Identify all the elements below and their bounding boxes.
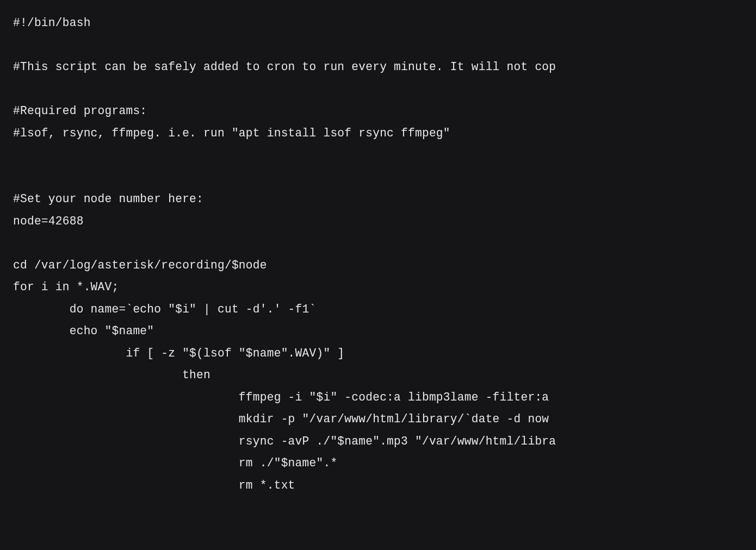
code-block: #!/bin/bash #This script can be safely a… <box>0 0 756 509</box>
